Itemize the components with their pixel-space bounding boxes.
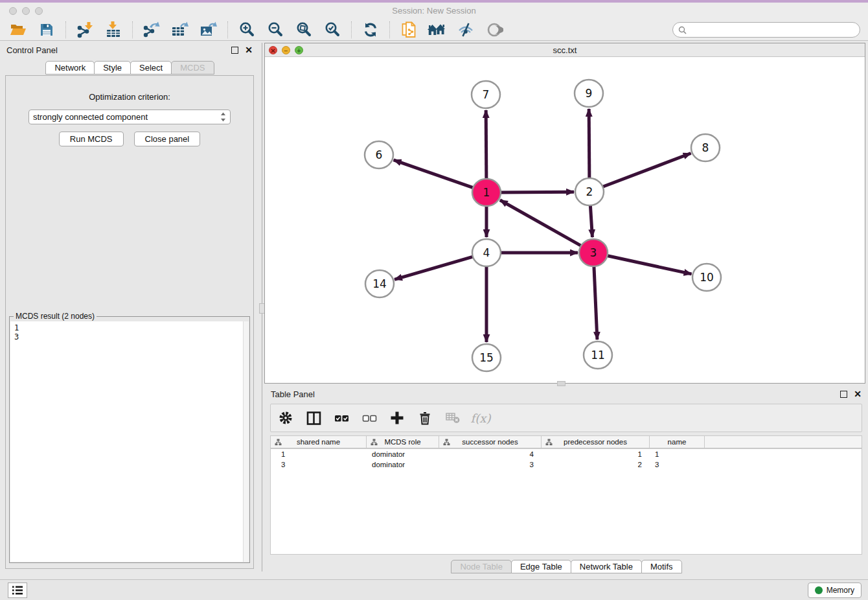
table-toolbar: f(x)	[270, 404, 862, 432]
save-session-button[interactable]	[35, 20, 58, 40]
zoom-selected-button[interactable]	[321, 20, 344, 40]
horizontal-splitter-grip[interactable]	[557, 381, 565, 386]
edge-2-8[interactable]	[601, 154, 691, 188]
cell-successor-nodes: 4	[439, 449, 542, 459]
memory-status-icon	[815, 586, 823, 594]
refresh-button[interactable]	[359, 20, 382, 40]
graph-node-10[interactable]: 10	[692, 264, 721, 291]
close-window-button[interactable]	[9, 7, 17, 15]
tab-network[interactable]: Network	[45, 61, 95, 75]
graph-node-8[interactable]: 8	[691, 134, 720, 161]
toolbar-separator	[389, 21, 390, 38]
minimize-network-button[interactable]: −	[282, 46, 290, 54]
svg-text:15: 15	[479, 351, 494, 364]
graph-node-1[interactable]: 1	[472, 179, 501, 206]
memory-label: Memory	[827, 586, 854, 595]
network-view-window: ✕ − + scc.txt 7968124314101511	[264, 43, 865, 384]
export-network-button[interactable]	[140, 20, 163, 40]
graph-node-7[interactable]: 7	[472, 81, 500, 108]
float-table-panel-icon[interactable]	[840, 391, 847, 398]
graph-node-2[interactable]: 2	[575, 178, 604, 205]
run-mcds-button[interactable]: Run MCDS	[59, 132, 124, 146]
close-table-panel-icon[interactable]: ✕	[854, 391, 862, 398]
control-panel: Control Panel ✕ NetworkStyleSelectMCDS O…	[0, 43, 259, 571]
network-file-button[interactable]	[397, 20, 420, 40]
table-body: 1dominator4113dominator323	[271, 449, 862, 470]
export-image-button[interactable]	[197, 20, 220, 40]
edge-3-10[interactable]	[606, 255, 692, 274]
open-session-button[interactable]	[6, 20, 30, 40]
select-all-checkboxes-icon[interactable]	[333, 410, 350, 426]
edge-3-1[interactable]	[500, 200, 583, 247]
edge-2-3[interactable]	[590, 204, 592, 237]
result-scrollbar[interactable]	[243, 321, 249, 562]
edge-1-6[interactable]	[394, 160, 475, 189]
gear-icon[interactable]	[277, 410, 294, 426]
control-panel-header: Control Panel ✕	[0, 43, 259, 57]
function-builder-icon: f(x)	[472, 410, 489, 426]
tab-edge-table[interactable]: Edge Table	[511, 560, 571, 573]
graph-node-15[interactable]: 15	[472, 344, 501, 371]
edge-1-7[interactable]	[486, 110, 486, 180]
mcds-result-area[interactable]: 1 3	[10, 321, 249, 562]
column-header-predecessor-nodes[interactable]: predecessor nodes	[542, 436, 650, 448]
graph-node-3[interactable]: 3	[579, 239, 608, 266]
tab-network-table[interactable]: Network Table	[571, 560, 642, 573]
table-panel: Table Panel ✕ f(x) shared nameMCDS roles…	[264, 387, 868, 579]
zoom-in-button[interactable]	[235, 20, 258, 40]
home-button[interactable]	[426, 20, 449, 40]
deselect-all-checkboxes-icon[interactable]	[361, 410, 378, 426]
search-input[interactable]	[690, 25, 854, 34]
edge-1-2[interactable]	[499, 192, 574, 192]
column-header-MCDS-role[interactable]: MCDS role	[367, 436, 439, 448]
close-panel-button[interactable]: Close panel	[134, 132, 201, 146]
graph-node-4[interactable]: 4	[472, 239, 501, 266]
mcds-result-title: MCDS result (2 nodes)	[14, 312, 97, 321]
import-network-button[interactable]	[73, 20, 97, 40]
columns-icon[interactable]	[305, 410, 322, 426]
network-window-title: scc.txt	[265, 43, 865, 57]
zoom-fit-button[interactable]	[292, 20, 315, 40]
tab-node-table[interactable]: Node Table	[451, 560, 512, 573]
export-table-button[interactable]	[168, 20, 192, 40]
edge-2-9[interactable]	[589, 109, 589, 179]
cell-shared-name: 1	[271, 449, 367, 459]
minimize-window-button[interactable]	[22, 7, 30, 15]
memory-button[interactable]: Memory	[808, 583, 862, 598]
float-panel-icon[interactable]	[231, 47, 238, 54]
cell-predecessor-nodes: 2	[542, 459, 650, 470]
tab-mcds[interactable]: MCDS	[171, 61, 214, 75]
column-header-successor-nodes[interactable]: successor nodes	[439, 436, 542, 448]
column-header-name[interactable]: name	[650, 436, 705, 448]
zoom-out-button[interactable]	[264, 20, 287, 40]
graph-node-9[interactable]: 9	[575, 80, 603, 107]
hide-graphics-details-button[interactable]	[454, 20, 477, 40]
add-column-icon[interactable]	[389, 410, 405, 426]
table-row[interactable]: 1dominator411	[271, 449, 862, 459]
network-canvas[interactable]: 7968124314101511	[265, 57, 865, 383]
criterion-dropdown[interactable]: strongly connected component	[29, 110, 231, 124]
window-controls	[9, 7, 43, 15]
close-panel-icon[interactable]: ✕	[245, 47, 253, 54]
show-graphics-details-button[interactable]	[483, 20, 506, 40]
graph-node-11[interactable]: 11	[584, 341, 612, 369]
column-header-shared-name[interactable]: shared name	[271, 436, 367, 448]
tab-motifs[interactable]: Motifs	[641, 560, 682, 573]
maximize-network-button[interactable]: +	[295, 46, 303, 54]
edge-4-14[interactable]	[394, 256, 475, 279]
search-field[interactable]	[672, 22, 860, 38]
delete-column-icon[interactable]	[417, 410, 433, 426]
svg-text:6: 6	[376, 148, 383, 161]
close-network-button[interactable]: ✕	[269, 46, 277, 54]
graph-node-6[interactable]: 6	[365, 141, 393, 168]
node-table: shared nameMCDS rolesuccessor nodesprede…	[270, 435, 862, 555]
tab-style[interactable]: Style	[94, 61, 131, 75]
tab-select[interactable]: Select	[130, 61, 172, 75]
task-history-button[interactable]	[8, 583, 27, 598]
window-title: Session: New Session	[0, 3, 868, 19]
table-row[interactable]: 3dominator323	[271, 459, 862, 470]
zoom-window-button[interactable]	[35, 7, 43, 15]
graph-node-14[interactable]: 14	[365, 270, 394, 297]
edge-3-11[interactable]	[594, 265, 597, 340]
import-table-button[interactable]	[102, 20, 125, 40]
